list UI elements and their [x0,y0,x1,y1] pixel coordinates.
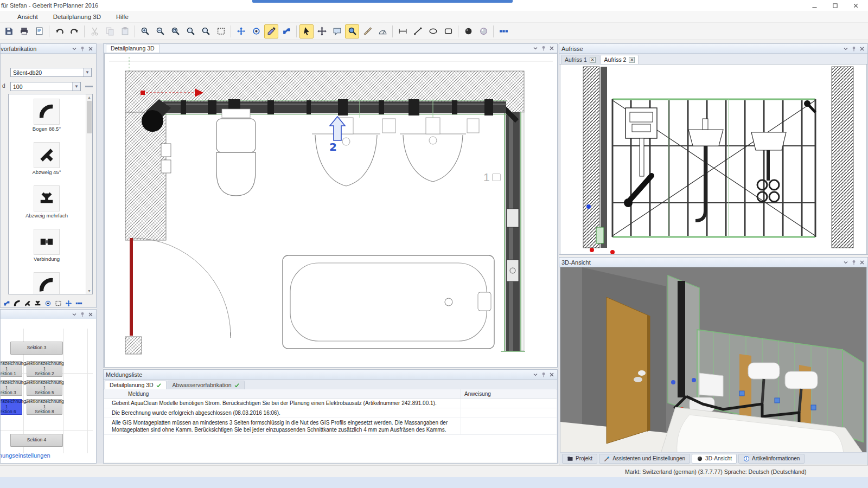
pin-icon[interactable] [540,371,547,378]
tab-projekt[interactable]: Projekt [562,454,597,464]
message-row[interactable]: Alle GIS Montageplatten müssen an mindes… [104,418,557,435]
sphere-dark-button[interactable] [461,24,475,38]
undo-button[interactable] [52,24,66,38]
chevron-down-icon[interactable] [843,46,849,52]
branch45-tool-button[interactable] [23,299,31,308]
line-button[interactable] [411,24,425,38]
render-3d-canvas[interactable] [560,267,867,453]
protractor-button[interactable] [375,24,390,38]
ellipse-button[interactable] [426,24,440,38]
fitting-catalogue-list[interactable]: ▲ ▼ Bogen 88.5°Abzweig 45°Abzweig mehrfa… [8,94,93,294]
close-icon[interactable] [87,46,94,52]
comment-button[interactable] [330,24,344,38]
segments-tool-button[interactable] [75,299,82,308]
dimension-button[interactable] [395,24,410,38]
calculation-settings-link[interactable]: Berechnungseinstellungen [1,452,50,459]
zoom-in-button[interactable] [138,24,152,38]
message-row[interactable]: Geberit AquaClean Modelle benötigen Stro… [104,399,557,408]
tab-assistenten-und-einstellungen[interactable]: Assistenten und Einstellungen [599,454,690,464]
pin-icon[interactable] [79,46,86,52]
close-tab-icon[interactable]: ✕ [629,57,635,63]
catalogue-scrollbar[interactable]: ▲ ▼ [86,94,92,294]
chevron-down-icon[interactable] [532,371,539,378]
pan-tool-button[interactable] [65,299,72,308]
floorplan-canvas[interactable]: 2 1 [104,53,558,368]
section-button-bottom[interactable]: Sektion 4 [10,434,63,447]
orbit-tool-button[interactable] [44,299,52,308]
message-row[interactable]: Die Berechnung wurde erfolgreich abgesch… [104,408,557,418]
close-icon[interactable] [859,46,865,52]
chevron-down-icon[interactable] [532,45,539,52]
chevron-down-icon[interactable] [71,46,78,52]
redo-button[interactable] [67,24,81,38]
measure-button[interactable] [360,24,374,38]
catalogue-item-partial[interactable] [9,272,85,294]
maximize-button[interactable] [825,0,845,11]
pipe-blue-tool-button[interactable] [3,299,10,308]
cursor-button[interactable] [299,24,314,38]
menu-hilfe[interactable]: Hilfe [108,12,136,22]
catalogue-tile[interactable] [34,185,60,211]
elevation-canvas[interactable] [560,64,867,254]
diameter-select[interactable]: 100▼ [10,82,81,91]
section-button-2[interactable]: Sektionszeichnung 1Sektion 2 [27,361,62,377]
pin-icon[interactable] [79,311,86,318]
vertical-splitter-right[interactable] [558,43,559,464]
menu-detailplanung-3d[interactable]: Detailplanung 3D [46,12,108,22]
zoom-fit-button[interactable] [183,24,197,38]
pin-icon[interactable] [851,46,857,52]
close-icon[interactable] [548,45,555,52]
chevron-down-icon[interactable] [71,311,78,318]
tab-detailplanung-3d[interactable]: Detailplanung 3D [106,44,159,53]
catalogue-tile[interactable] [34,99,60,125]
close-window-button[interactable] [845,0,866,11]
cut-button[interactable] [87,24,101,38]
pipe-edit-button[interactable] [264,24,278,38]
tab-aufriss-2[interactable]: Aufriss 2✕ [601,55,639,65]
sphere-light-button[interactable] [476,24,490,38]
section-button-5[interactable]: Sektionszeichnung 1Sektion 6 [1,399,22,415]
paste-button[interactable] [118,24,132,38]
multibranch-tool-button[interactable] [34,299,41,308]
pipe-blue-button[interactable] [279,24,293,38]
printer-button[interactable] [17,24,31,38]
select-rect-button[interactable] [214,24,228,38]
select-rect-tool-button[interactable] [54,299,62,308]
catalogue-tile[interactable] [34,229,60,255]
pin-icon[interactable] [851,259,857,266]
copy-button[interactable] [103,24,117,38]
pan-button[interactable] [234,24,248,38]
catalogue-item-abzweig-mehrfach[interactable]: Abzweig mehrfach [9,185,85,219]
tab-3d-ansicht[interactable]: 3D-Ansicht [692,454,737,464]
segments-button[interactable] [496,24,510,38]
floppy-button[interactable] [2,24,16,38]
message-tab-abwasservorfabrikation[interactable]: Abwasservorfabrikation [168,381,245,389]
bend-tool-button[interactable] [13,299,21,308]
catalogue-tile[interactable] [34,272,60,294]
close-icon[interactable] [87,311,94,318]
menu-ansicht[interactable]: Ansicht [10,12,46,22]
scroll-down-icon[interactable]: ▼ [86,288,92,294]
close-icon[interactable] [548,371,555,378]
catalogue-item-verbindung[interactable]: Verbindung [9,229,85,262]
zoom-object-button[interactable] [345,24,359,38]
message-tab-detailplanung-3d[interactable]: Detailplanung 3D [105,381,167,389]
vertical-splitter-left[interactable] [97,43,103,464]
section-button-4[interactable]: Sektionszeichnung 1Sektion 5 [27,380,62,396]
catalogue-item-abzweig-45-[interactable]: Abzweig 45° [9,142,85,175]
tab-aufriss-1[interactable]: Aufriss 1✕ [561,55,599,65]
zoom-out-button[interactable] [153,24,167,38]
tab-artikelinformationen[interactable]: Artikelinformationen [738,454,805,464]
move-button[interactable] [315,24,329,38]
section-button-top[interactable]: Sektion 3 [10,342,63,355]
zoom-prev-button[interactable] [199,24,213,38]
section-button-6[interactable]: Sektionszeichnung 1Sektion 8 [27,399,62,415]
close-icon[interactable] [859,259,865,266]
catalogue-item-bogen-88-5-[interactable]: Bogen 88.5° [9,99,85,132]
section-button-1[interactable]: Sektionszeichnung 1Sektion 1 [1,361,22,377]
scrollbar-thumb[interactable] [87,101,92,133]
catalogue-tile[interactable] [34,142,60,168]
scroll-up-icon[interactable]: ▲ [86,94,92,100]
zoom-window-button[interactable] [168,24,182,38]
orbit-button[interactable] [249,24,263,38]
